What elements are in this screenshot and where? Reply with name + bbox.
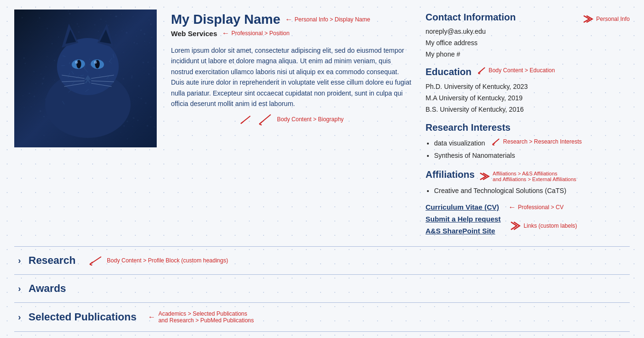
ri-annotation-label: Research > Research Interests bbox=[503, 137, 582, 146]
lynx-canvas bbox=[14, 10, 157, 147]
contact-phone: My phone # bbox=[426, 49, 630, 60]
profile-image bbox=[14, 10, 157, 147]
ri-item-1: data visualization Research > Research I… bbox=[434, 137, 582, 149]
display-name-annotation: ← Personal Info > Display Name bbox=[285, 15, 370, 24]
contact-heading-row: Contact Information Personal Info bbox=[426, 12, 630, 26]
research-interests-list: data visualization Research > Research I… bbox=[426, 137, 582, 163]
research-header[interactable]: › Research Body Content > Profile Block … bbox=[14, 247, 630, 274]
biography-annotation: Body Content > Biography bbox=[171, 114, 411, 126]
edu-item-1: Ph.D. University of Kentucky, 2023 bbox=[426, 81, 630, 93]
links-list: Curriculum Vitae (CV) Submit a Help requ… bbox=[426, 203, 501, 237]
research-interests-section: Research Interests data visualization bbox=[426, 122, 630, 163]
publications-chevron-icon: › bbox=[18, 312, 21, 322]
education-heading: Education bbox=[426, 67, 472, 77]
position-row: Web Services ← Professional > Position bbox=[171, 29, 411, 38]
research-interests-heading-row: Research Interests bbox=[426, 122, 630, 135]
contact-heading: Contact Information bbox=[426, 12, 516, 23]
research-chevron-icon: › bbox=[18, 256, 21, 266]
links-double-arrow-icon bbox=[508, 220, 521, 232]
links-cv-row: Curriculum Vitae (CV) Submit a Help requ… bbox=[426, 203, 630, 237]
svg-line-2 bbox=[259, 124, 262, 125]
svg-line-8 bbox=[492, 145, 494, 145]
affiliations-annotation: Affiliations > A&S Affiliations and Affi… bbox=[477, 169, 576, 183]
cv-link-item: Curriculum Vitae (CV) bbox=[426, 203, 501, 211]
links-section: Curriculum Vitae (CV) Submit a Help requ… bbox=[426, 203, 630, 237]
publications-title: Selected Publications bbox=[28, 311, 136, 323]
research-annotation-arrow bbox=[87, 255, 104, 266]
personal-info-annotation: Personal Info bbox=[581, 12, 630, 26]
education-annotation-label: Body Content > Education bbox=[489, 67, 555, 74]
contact-annotation-block: Personal Info bbox=[581, 12, 630, 26]
affiliations-double-arrow-icon bbox=[477, 169, 491, 183]
awards-collapsible: › Awards bbox=[14, 274, 630, 303]
personal-info-label: Personal Info bbox=[596, 16, 630, 22]
biography-text: Lorem ipsum dolor sit amet, consectetur … bbox=[171, 45, 411, 109]
display-name-row: My Display Name ← Personal Info > Displa… bbox=[171, 12, 411, 27]
cv-annotation: ← Professional > CV bbox=[508, 203, 577, 212]
links-annotations: ← Professional > CV Links (custom labels… bbox=[508, 203, 577, 232]
affiliations-heading-row: Affiliations Affiliations > A&S Affiliat… bbox=[426, 169, 630, 183]
svg-line-5 bbox=[478, 73, 480, 74]
help-link[interactable]: Submit a Help request bbox=[426, 215, 501, 223]
contact-email: noreply@as.uky.edu bbox=[426, 26, 630, 38]
education-annotation: Body Content > Education bbox=[476, 67, 555, 74]
publications-annotation-line1: Academics > Selected Publications bbox=[158, 310, 254, 317]
right-col: Contact Information Personal Info bbox=[426, 10, 630, 237]
education-heading-row: Education Body Content > Education bbox=[426, 67, 630, 79]
profile-image-col bbox=[14, 10, 157, 237]
top-section: My Display Name ← Personal Info > Displa… bbox=[14, 10, 630, 237]
contact-section: Contact Information Personal Info bbox=[426, 12, 630, 60]
arrow-left-icon: ← bbox=[285, 15, 293, 24]
double-arrow-icon bbox=[581, 12, 594, 26]
publications-header[interactable]: › Selected Publications ← Academics > Se… bbox=[14, 303, 630, 331]
research-annotation-label: Body Content > Profile Block (custom hea… bbox=[107, 257, 228, 264]
display-name: My Display Name bbox=[171, 12, 280, 27]
education-items: Ph.D. University of Kentucky, 2023 M.A U… bbox=[426, 81, 630, 115]
position-annotation: ← Professional > Position bbox=[222, 29, 289, 38]
publications-annotation-block: Academics > Selected Publications and Re… bbox=[158, 310, 254, 324]
research-title: Research bbox=[28, 254, 76, 267]
links-annotation: Links (custom labels) bbox=[508, 220, 577, 232]
research-annotation-container: Body Content > Profile Block (custom hea… bbox=[87, 255, 228, 266]
edu-item-2: M.A University of Kentucky, 2019 bbox=[426, 93, 630, 104]
cv-arrow-icon: ← bbox=[508, 203, 516, 212]
publications-arrow-icon: ← bbox=[148, 313, 155, 321]
affiliations-as-label: Affiliations > A&S Affiliations bbox=[492, 171, 576, 176]
affiliations-external-label: and Affiliations > External Affiliations bbox=[492, 176, 576, 182]
sharepoint-link-item: A&S SharePoint Site bbox=[426, 227, 501, 235]
affiliations-annotation-block: Affiliations > A&S Affiliations and Affi… bbox=[492, 171, 576, 182]
education-section: Education Body Content > Education Ph.D.… bbox=[426, 67, 630, 115]
research-collapsible: › Research Body Content > Profile Block … bbox=[14, 246, 630, 275]
ri-annotation: Research > Research Interests bbox=[491, 137, 582, 146]
research-interests-heading: Research Interests bbox=[426, 122, 511, 133]
links-annotation-label: Links (custom labels) bbox=[523, 222, 577, 229]
cv-link[interactable]: Curriculum Vitae (CV) bbox=[426, 203, 499, 211]
awards-chevron-icon: › bbox=[18, 284, 21, 294]
middle-col: My Display Name ← Personal Info > Displa… bbox=[171, 10, 411, 237]
collapsible-sections: › Research Body Content > Profile Block … bbox=[14, 246, 630, 332]
affiliations-heading: Affiliations bbox=[426, 169, 474, 180]
affiliation-item-1: Creative and Technological Solutions (Ca… bbox=[434, 185, 630, 197]
awards-title: Awards bbox=[28, 282, 66, 295]
affiliations-section: Affiliations Affiliations > A&S Affiliat… bbox=[426, 169, 630, 197]
edu-arrow-icon bbox=[476, 67, 487, 74]
arrow-left-icon2: ← bbox=[222, 29, 229, 38]
svg-line-1 bbox=[259, 122, 262, 124]
ri-arrow-icon bbox=[491, 138, 501, 145]
awards-header[interactable]: › Awards bbox=[14, 275, 630, 302]
contact-items: noreply@as.uky.edu My office address My … bbox=[426, 26, 630, 60]
help-link-item: Submit a Help request bbox=[426, 215, 501, 223]
sharepoint-link[interactable]: A&S SharePoint Site bbox=[426, 227, 495, 235]
ri-item-2: Synthesis of Nanomaterials bbox=[434, 150, 582, 162]
publications-annotation-container: ← Academics > Selected Publications and … bbox=[148, 310, 254, 324]
position-text: Web Services bbox=[171, 29, 217, 38]
publications-annotation-line2: and Research > PubMed Publications bbox=[158, 317, 254, 324]
edu-item-3: B.S. University of Kentucky, 2016 bbox=[426, 104, 630, 116]
contact-office: My office address bbox=[426, 38, 630, 49]
bio-diagonal-arrow bbox=[256, 114, 274, 126]
publications-collapsible: › Selected Publications ← Academics > Se… bbox=[14, 302, 630, 332]
svg-line-11 bbox=[90, 264, 92, 265]
affiliations-list: Creative and Technological Solutions (Ca… bbox=[426, 185, 630, 197]
main-container: My Display Name ← Personal Info > Displa… bbox=[0, 0, 644, 338]
research-interests-content: data visualization Research > Research I… bbox=[426, 137, 630, 163]
